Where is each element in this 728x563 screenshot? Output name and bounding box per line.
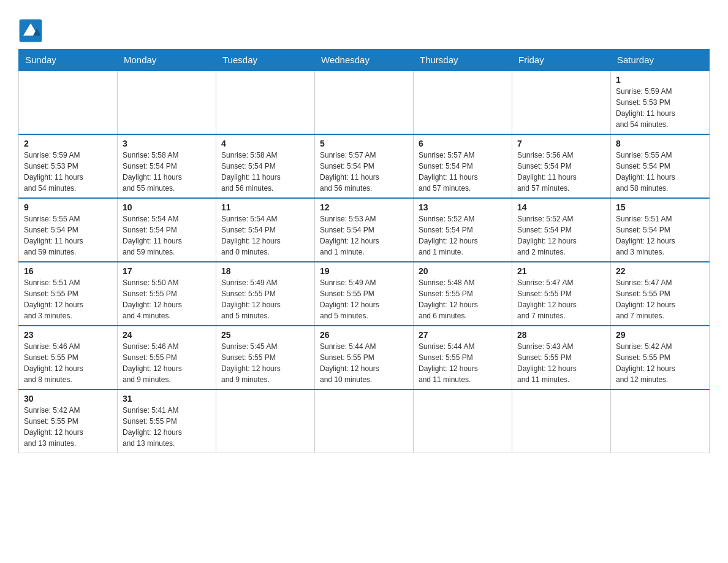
day-info: Sunrise: 5:54 AM Sunset: 5:54 PM Dayligh…	[123, 213, 211, 258]
calendar-cell: 4Sunrise: 5:58 AM Sunset: 5:54 PM Daylig…	[216, 134, 315, 198]
day-number: 13	[419, 202, 507, 212]
calendar-cell	[611, 389, 710, 453]
calendar-cell: 29Sunrise: 5:42 AM Sunset: 5:55 PM Dayli…	[611, 326, 710, 389]
day-number: 24	[123, 330, 211, 340]
day-info: Sunrise: 5:55 AM Sunset: 5:54 PM Dayligh…	[24, 213, 112, 258]
calendar-cell: 7Sunrise: 5:56 AM Sunset: 5:54 PM Daylig…	[512, 134, 611, 198]
day-number: 23	[24, 330, 112, 340]
day-info: Sunrise: 5:49 AM Sunset: 5:55 PM Dayligh…	[320, 277, 408, 321]
day-number: 17	[123, 266, 211, 276]
day-info: Sunrise: 5:44 AM Sunset: 5:55 PM Dayligh…	[320, 341, 408, 385]
calendar-cell: 15Sunrise: 5:51 AM Sunset: 5:54 PM Dayli…	[611, 198, 710, 262]
day-info: Sunrise: 5:48 AM Sunset: 5:55 PM Dayligh…	[419, 277, 507, 321]
calendar-cell: 20Sunrise: 5:48 AM Sunset: 5:55 PM Dayli…	[414, 262, 512, 326]
calendar-cell: 16Sunrise: 5:51 AM Sunset: 5:55 PM Dayli…	[19, 262, 118, 326]
day-number: 29	[616, 330, 704, 340]
day-number: 28	[517, 330, 605, 340]
col-thursday: Thursday	[414, 50, 512, 71]
calendar-week-3: 9Sunrise: 5:55 AM Sunset: 5:54 PM Daylig…	[19, 198, 710, 262]
page-header	[18, 12, 710, 43]
day-number: 7	[517, 139, 605, 148]
calendar-cell: 12Sunrise: 5:53 AM Sunset: 5:54 PM Dayli…	[315, 198, 414, 262]
day-info: Sunrise: 5:59 AM Sunset: 5:53 PM Dayligh…	[24, 150, 112, 194]
day-info: Sunrise: 5:59 AM Sunset: 5:53 PM Dayligh…	[616, 86, 704, 130]
day-number: 16	[24, 266, 112, 276]
calendar-cell: 30Sunrise: 5:42 AM Sunset: 5:55 PM Dayli…	[19, 389, 118, 453]
calendar-cell: 9Sunrise: 5:55 AM Sunset: 5:54 PM Daylig…	[19, 198, 118, 262]
day-number: 1	[616, 75, 704, 85]
calendar-week-1: 1Sunrise: 5:59 AM Sunset: 5:53 PM Daylig…	[19, 71, 710, 134]
day-info: Sunrise: 5:42 AM Sunset: 5:55 PM Dayligh…	[24, 405, 112, 449]
day-info: Sunrise: 5:41 AM Sunset: 5:55 PM Dayligh…	[123, 405, 211, 449]
logo-icon	[18, 18, 43, 43]
day-info: Sunrise: 5:58 AM Sunset: 5:54 PM Dayligh…	[123, 150, 211, 194]
calendar-cell: 1Sunrise: 5:59 AM Sunset: 5:53 PM Daylig…	[611, 71, 710, 134]
day-info: Sunrise: 5:47 AM Sunset: 5:55 PM Dayligh…	[517, 277, 605, 321]
day-info: Sunrise: 5:57 AM Sunset: 5:54 PM Dayligh…	[419, 150, 507, 194]
calendar-cell: 17Sunrise: 5:50 AM Sunset: 5:55 PM Dayli…	[118, 262, 216, 326]
day-number: 9	[24, 202, 112, 212]
day-info: Sunrise: 5:52 AM Sunset: 5:54 PM Dayligh…	[419, 213, 507, 258]
calendar-cell: 22Sunrise: 5:47 AM Sunset: 5:55 PM Dayli…	[611, 262, 710, 326]
day-number: 11	[221, 202, 309, 212]
day-number: 21	[517, 266, 605, 276]
calendar-cell: 13Sunrise: 5:52 AM Sunset: 5:54 PM Dayli…	[414, 198, 512, 262]
day-info: Sunrise: 5:49 AM Sunset: 5:55 PM Dayligh…	[221, 277, 309, 321]
calendar-week-6: 30Sunrise: 5:42 AM Sunset: 5:55 PM Dayli…	[19, 389, 710, 453]
day-number: 18	[221, 266, 309, 276]
calendar-cell: 31Sunrise: 5:41 AM Sunset: 5:55 PM Dayli…	[118, 389, 216, 453]
day-number: 10	[123, 202, 211, 212]
calendar-cell	[315, 389, 414, 453]
calendar-cell: 5Sunrise: 5:57 AM Sunset: 5:54 PM Daylig…	[315, 134, 414, 198]
day-info: Sunrise: 5:55 AM Sunset: 5:54 PM Dayligh…	[616, 150, 704, 194]
col-friday: Friday	[512, 50, 611, 71]
col-saturday: Saturday	[611, 50, 710, 71]
day-number: 30	[24, 394, 112, 404]
calendar-table: Sunday Monday Tuesday Wednesday Thursday…	[18, 49, 710, 453]
calendar-week-4: 16Sunrise: 5:51 AM Sunset: 5:55 PM Dayli…	[19, 262, 710, 326]
day-number: 4	[221, 139, 309, 148]
day-number: 12	[320, 202, 408, 212]
day-number: 20	[419, 266, 507, 276]
calendar-cell	[512, 71, 611, 134]
calendar-cell: 14Sunrise: 5:52 AM Sunset: 5:54 PM Dayli…	[512, 198, 611, 262]
calendar-cell: 27Sunrise: 5:44 AM Sunset: 5:55 PM Dayli…	[414, 326, 512, 389]
day-info: Sunrise: 5:54 AM Sunset: 5:54 PM Dayligh…	[221, 213, 309, 258]
calendar-cell: 10Sunrise: 5:54 AM Sunset: 5:54 PM Dayli…	[118, 198, 216, 262]
day-info: Sunrise: 5:50 AM Sunset: 5:55 PM Dayligh…	[123, 277, 211, 321]
col-sunday: Sunday	[19, 50, 118, 71]
calendar-cell	[315, 71, 414, 134]
calendar-cell	[414, 389, 512, 453]
day-number: 15	[616, 202, 704, 212]
calendar-cell	[216, 389, 315, 453]
calendar-cell	[118, 71, 216, 134]
day-number: 22	[616, 266, 704, 276]
day-number: 26	[320, 330, 408, 340]
day-number: 5	[320, 139, 408, 148]
logo	[18, 18, 47, 43]
calendar-cell	[414, 71, 512, 134]
calendar-cell: 25Sunrise: 5:45 AM Sunset: 5:55 PM Dayli…	[216, 326, 315, 389]
day-number: 27	[419, 330, 507, 340]
calendar-cell: 2Sunrise: 5:59 AM Sunset: 5:53 PM Daylig…	[19, 134, 118, 198]
day-info: Sunrise: 5:57 AM Sunset: 5:54 PM Dayligh…	[320, 150, 408, 194]
day-info: Sunrise: 5:44 AM Sunset: 5:55 PM Dayligh…	[419, 341, 507, 385]
day-number: 31	[123, 394, 211, 404]
day-info: Sunrise: 5:53 AM Sunset: 5:54 PM Dayligh…	[320, 213, 408, 258]
day-info: Sunrise: 5:58 AM Sunset: 5:54 PM Dayligh…	[221, 150, 309, 194]
day-info: Sunrise: 5:47 AM Sunset: 5:55 PM Dayligh…	[616, 277, 704, 321]
day-info: Sunrise: 5:46 AM Sunset: 5:55 PM Dayligh…	[123, 341, 211, 385]
calendar-cell	[512, 389, 611, 453]
col-wednesday: Wednesday	[315, 50, 414, 71]
day-info: Sunrise: 5:51 AM Sunset: 5:54 PM Dayligh…	[616, 213, 704, 258]
calendar-cell: 18Sunrise: 5:49 AM Sunset: 5:55 PM Dayli…	[216, 262, 315, 326]
calendar-cell: 3Sunrise: 5:58 AM Sunset: 5:54 PM Daylig…	[118, 134, 216, 198]
calendar-cell: 8Sunrise: 5:55 AM Sunset: 5:54 PM Daylig…	[611, 134, 710, 198]
calendar-cell: 28Sunrise: 5:43 AM Sunset: 5:55 PM Dayli…	[512, 326, 611, 389]
day-info: Sunrise: 5:43 AM Sunset: 5:55 PM Dayligh…	[517, 341, 605, 385]
calendar-cell	[19, 71, 118, 134]
calendar-cell: 21Sunrise: 5:47 AM Sunset: 5:55 PM Dayli…	[512, 262, 611, 326]
calendar-cell: 23Sunrise: 5:46 AM Sunset: 5:55 PM Dayli…	[19, 326, 118, 389]
day-info: Sunrise: 5:51 AM Sunset: 5:55 PM Dayligh…	[24, 277, 112, 321]
calendar-cell: 6Sunrise: 5:57 AM Sunset: 5:54 PM Daylig…	[414, 134, 512, 198]
